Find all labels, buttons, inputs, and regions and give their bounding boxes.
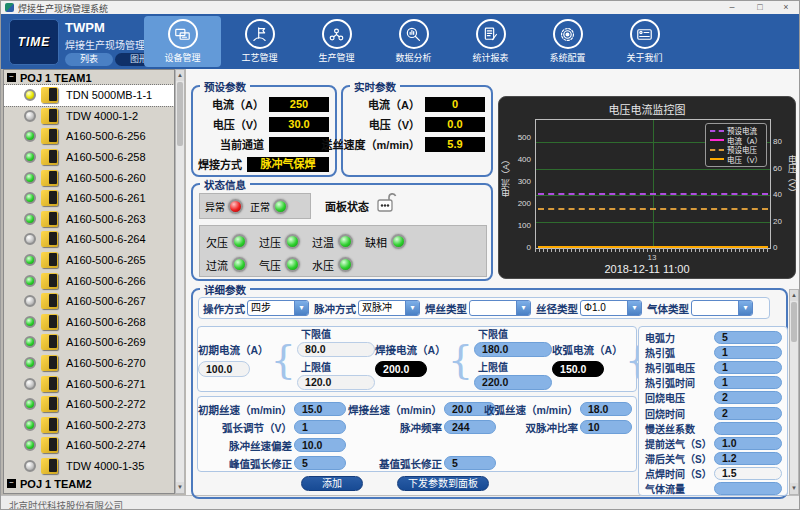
device-sidebar: − POJ 1 TEAM1 TDN 5000MB-1-1TDW 4000-1-2… bbox=[1, 69, 186, 495]
device-row[interactable]: A160-500-6-258 bbox=[4, 147, 174, 168]
gas-type-select[interactable]: ▾ bbox=[691, 300, 753, 316]
param-field[interactable]: 15.0 bbox=[294, 402, 346, 416]
current-value-field[interactable]: 100.0 bbox=[198, 361, 250, 377]
current-value-field[interactable]: 200.0 bbox=[375, 361, 427, 377]
device-row[interactable]: A160-500-6-260 bbox=[4, 167, 174, 188]
device-row[interactable]: A160-500-6-271 bbox=[4, 373, 174, 394]
param-field[interactable]: 1 bbox=[294, 420, 346, 434]
device-row[interactable]: A160-500-6-256 bbox=[4, 126, 174, 147]
param-field[interactable]: 1.2 bbox=[714, 452, 782, 465]
device-row[interactable]: TDW 4000-1-35 bbox=[4, 456, 174, 477]
device-row[interactable]: A160-500-6-265 bbox=[4, 250, 174, 271]
device-row[interactable]: A160-500-6-270 bbox=[4, 353, 174, 374]
chevron-down-icon[interactable]: ▾ bbox=[738, 301, 752, 315]
y-left-tick: 300 bbox=[507, 177, 531, 186]
device-row[interactable]: TDN 5000MB-1-1 bbox=[4, 85, 174, 106]
chevron-down-icon[interactable]: ▾ bbox=[627, 301, 641, 315]
voltage-current-chart: 电压电流监控图 电流（A） 电压（V） 预设电流电流（A）预设电压电压（V） 1… bbox=[498, 96, 796, 279]
wire-diameter-select[interactable]: Φ1.0▾ bbox=[580, 300, 642, 316]
nav-item-production-management[interactable]: 生产管理 bbox=[298, 16, 375, 67]
param-field[interactable] bbox=[714, 422, 782, 435]
tree-group-team1[interactable]: − POJ 1 TEAM1 bbox=[4, 70, 174, 85]
collapse-icon[interactable]: − bbox=[7, 73, 16, 82]
device-row[interactable]: A160-500-6-268 bbox=[4, 312, 174, 333]
param-field[interactable]: 1 bbox=[714, 376, 782, 389]
device-row[interactable]: TDW 4000-1-2 bbox=[4, 106, 174, 127]
upper-limit-field[interactable]: 120.0 bbox=[297, 375, 375, 390]
param-field[interactable]: 1 bbox=[714, 361, 782, 374]
device-row[interactable]: A160-500-6-267 bbox=[4, 291, 174, 312]
device-status-led bbox=[24, 275, 36, 287]
device-row[interactable]: A160-500-6-263 bbox=[4, 209, 174, 230]
device-status-led bbox=[24, 357, 36, 369]
device-row[interactable]: A160-500-6-264 bbox=[4, 229, 174, 250]
chevron-down-icon[interactable]: ▾ bbox=[516, 301, 530, 315]
param-field[interactable]: 5 bbox=[294, 456, 346, 470]
operation-mode-select[interactable]: 四步▾ bbox=[247, 300, 309, 316]
collapse-icon[interactable]: − bbox=[7, 479, 16, 488]
param-field[interactable] bbox=[714, 482, 782, 495]
upper-limit-field[interactable]: 220.0 bbox=[474, 375, 552, 390]
param-field[interactable]: 5 bbox=[444, 456, 496, 470]
indicator-box: 欠压过压过温缺相过流气压水压 bbox=[199, 225, 487, 277]
param-field[interactable]: 1.0 bbox=[714, 437, 782, 450]
scroll-down-icon[interactable]: ▼ bbox=[790, 483, 798, 494]
add-button[interactable]: 添加 bbox=[301, 476, 363, 491]
param-field[interactable]: 2 bbox=[714, 407, 782, 420]
dropdown-row: 操作方式四步▾脉冲方式双脉冲▾焊丝类型▾丝径类型Φ1.0▾气体类型▾ bbox=[198, 297, 770, 319]
param-field[interactable]: 5 bbox=[714, 331, 782, 344]
device-name: TDW 4000-1-2 bbox=[66, 110, 138, 122]
current-group: 初期电流（A）100.0{下限值80.0上限值120.0 bbox=[198, 327, 375, 391]
device-row[interactable]: A160-500-6-261 bbox=[4, 188, 174, 209]
device-row[interactable]: A160-500-2-274 bbox=[4, 435, 174, 456]
maximize-button[interactable]: □ bbox=[747, 1, 773, 14]
nav-item-system-config[interactable]: 系统配置 bbox=[529, 16, 606, 67]
chevron-down-icon[interactable]: ▾ bbox=[294, 301, 308, 315]
device-name: A160-500-6-263 bbox=[66, 213, 146, 225]
device-row[interactable]: A160-500-6-269 bbox=[4, 332, 174, 353]
param-value-display: 0.0 bbox=[425, 117, 485, 132]
scroll-down-icon[interactable]: ▼ bbox=[176, 482, 184, 493]
param-field[interactable]: 18.0 bbox=[580, 402, 632, 416]
device-row[interactable]: A160-500-2-272 bbox=[4, 394, 174, 415]
device-row[interactable]: A160-500-2-273 bbox=[4, 415, 174, 436]
device-name: A160-500-6-268 bbox=[66, 316, 146, 328]
scrollbar-thumb[interactable] bbox=[791, 302, 797, 342]
param-field[interactable]: 244 bbox=[444, 420, 496, 434]
indicator-label: 过流 bbox=[206, 257, 228, 273]
chevron-down-icon[interactable]: ▾ bbox=[405, 301, 419, 315]
welder-icon bbox=[41, 376, 58, 392]
scroll-up-icon[interactable]: ▲ bbox=[790, 290, 798, 301]
scroll-up-icon[interactable]: ▲ bbox=[176, 70, 184, 81]
plot-area: 预设电流电流（A）预设电压电压（V） bbox=[535, 119, 771, 249]
current-value-field[interactable]: 150.0 bbox=[552, 361, 604, 377]
lower-limit-field[interactable]: 80.0 bbox=[297, 342, 375, 357]
param-field[interactable]: 2 bbox=[714, 391, 782, 404]
view-toggle-list[interactable]: 列表 bbox=[65, 53, 113, 66]
nav-item-device-management[interactable]: 设备管理 bbox=[144, 16, 221, 67]
param-field[interactable]: 1 bbox=[714, 346, 782, 359]
nav-item-about-us[interactable]: 关于我们 bbox=[606, 16, 683, 67]
nav-item-statistics-report[interactable]: 统计报表 bbox=[452, 16, 529, 67]
tree-group-team2[interactable]: − POJ 1 TEAM2 bbox=[4, 476, 174, 491]
close-button[interactable]: × bbox=[773, 1, 799, 14]
welder-icon bbox=[41, 334, 58, 350]
send-params-button[interactable]: 下发参数到面板 bbox=[397, 476, 489, 491]
company-name: 北京时代科技股份有限公司 bbox=[9, 498, 123, 510]
nav-item-process-management[interactable]: 工艺管理 bbox=[221, 16, 298, 67]
nav-item-data-analysis[interactable]: 数据分析 bbox=[375, 16, 452, 67]
pulse-mode-select[interactable]: 双脉冲▾ bbox=[358, 300, 420, 316]
param-field[interactable]: 10.0 bbox=[294, 438, 346, 452]
lower-limit-field[interactable]: 180.0 bbox=[474, 342, 552, 357]
device-row[interactable]: A160-500-6-266 bbox=[4, 270, 174, 291]
param-field[interactable]: 10 bbox=[580, 420, 632, 434]
main-content: 预设参数 电流（A）250电压（V）30.0当前通道焊接方式脉冲气保焊 实时参数… bbox=[186, 69, 800, 495]
param-field[interactable]: 1.5 bbox=[714, 467, 782, 480]
series-line-0 bbox=[538, 193, 768, 195]
wire-type-select[interactable]: ▾ bbox=[469, 300, 531, 316]
detail-scrollbar[interactable]: ▲ ▼ bbox=[789, 289, 799, 495]
alarm-led-green bbox=[273, 199, 288, 214]
minimize-button[interactable]: – bbox=[719, 1, 745, 14]
sidebar-scrollbar[interactable]: ▲ ▼ bbox=[175, 69, 185, 494]
scrollbar-thumb[interactable] bbox=[177, 82, 183, 146]
